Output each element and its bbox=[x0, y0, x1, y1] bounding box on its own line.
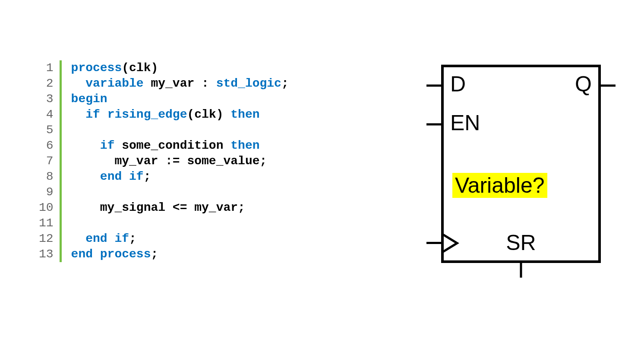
label-q: Q bbox=[575, 72, 592, 97]
code-block: 12345678910111213 process(clk) variable … bbox=[39, 60, 289, 262]
pin-en-wire bbox=[426, 123, 444, 125]
line-number: 2 bbox=[39, 76, 54, 91]
flipflop-diagram: D Q EN SR Variable? bbox=[441, 65, 601, 263]
line-numbers: 12345678910111213 bbox=[39, 60, 60, 262]
code-line bbox=[71, 216, 289, 231]
pin-sr-wire bbox=[520, 260, 522, 278]
code-line: if rising_edge(clk) then bbox=[71, 107, 289, 122]
code-line bbox=[71, 185, 289, 200]
line-number: 6 bbox=[39, 138, 54, 153]
label-en: EN bbox=[450, 110, 480, 135]
line-number: 1 bbox=[39, 60, 54, 76]
code-line bbox=[71, 122, 289, 138]
line-number: 11 bbox=[39, 216, 54, 231]
label-d: D bbox=[450, 72, 466, 97]
code-line: my_var := some_value; bbox=[71, 153, 289, 169]
pin-d-wire bbox=[426, 84, 444, 87]
label-sr: SR bbox=[506, 230, 536, 255]
pin-clk-wire bbox=[426, 242, 444, 244]
line-number: 13 bbox=[39, 247, 54, 262]
line-number: 7 bbox=[39, 153, 54, 169]
line-number: 9 bbox=[39, 185, 54, 200]
code-line: if some_condition then bbox=[71, 138, 289, 153]
line-number: 5 bbox=[39, 122, 54, 138]
code-line: process(clk) bbox=[71, 60, 289, 76]
gutter-bar bbox=[60, 60, 62, 262]
line-number: 10 bbox=[39, 200, 54, 216]
code-line: variable my_var : std_logic; bbox=[71, 76, 289, 91]
line-number: 3 bbox=[39, 91, 54, 107]
line-number: 4 bbox=[39, 107, 54, 122]
line-number: 12 bbox=[39, 231, 54, 247]
code-line: my_signal <= my_var; bbox=[71, 200, 289, 216]
code-line: begin bbox=[71, 91, 289, 107]
line-number: 8 bbox=[39, 169, 54, 185]
pin-q-wire bbox=[598, 84, 616, 87]
code-line: end if; bbox=[71, 169, 289, 185]
code-line: end if; bbox=[71, 231, 289, 247]
flipflop-box: D Q EN SR Variable? bbox=[441, 65, 601, 263]
clock-triangle-icon bbox=[444, 234, 459, 253]
highlight-variable: Variable? bbox=[452, 173, 547, 198]
code-content: process(clk) variable my_var : std_logic… bbox=[71, 60, 289, 262]
code-line: end process; bbox=[71, 247, 289, 262]
